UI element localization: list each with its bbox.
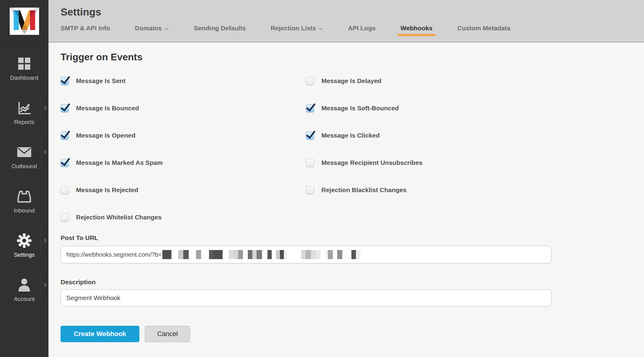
trigger-events-grid: Message Is SentMessage Is BouncedMessage… [61, 77, 644, 222]
chevron-right-icon[interactable]: › [44, 102, 47, 112]
tab-sending-defaults[interactable]: Sending Defaults [194, 25, 246, 36]
events-column-left: Message Is SentMessage Is BouncedMessage… [61, 77, 306, 222]
logo-block[interactable] [0, 0, 48, 42]
redacted-block [229, 250, 234, 259]
page-title: Settings [61, 0, 644, 18]
sidebar-nav: DashboardReports›Outbound›InboundSetting… [0, 42, 48, 312]
sidebar-item-settings[interactable]: Settings› [0, 224, 48, 268]
flyout-divider [40, 96, 41, 120]
chevron-right-icon[interactable]: › [44, 279, 47, 289]
event-row-message-is-opened: Message Is Opened [61, 131, 306, 140]
event-label: Rejection Whitelist Changes [76, 214, 161, 221]
event-checkbox-message-is-marked-as-spam[interactable] [61, 159, 69, 167]
chevron-right-icon[interactable]: › [44, 147, 47, 156]
tab-smtp-api-info[interactable]: SMTP & API Info [61, 25, 110, 36]
tab-label: Custom Metadata [457, 25, 510, 32]
sidebar: DashboardReports›Outbound›InboundSetting… [0, 0, 48, 357]
tab-label: Domains [135, 25, 162, 32]
event-checkbox-message-is-clicked[interactable] [306, 132, 314, 140]
mandrill-m-logo [10, 8, 39, 35]
event-row-message-is-clicked: Message Is Clicked [306, 131, 423, 140]
tab-label: Sending Defaults [194, 25, 246, 32]
redacted-block [234, 250, 238, 259]
event-row-rejection-whitelist-changes: Rejection Whitelist Changes [61, 213, 306, 222]
sidebar-item-label: Settings [14, 252, 35, 258]
event-checkbox-message-is-bounced[interactable] [61, 104, 69, 112]
reports-chart-icon [17, 101, 32, 115]
description-input[interactable] [61, 289, 551, 306]
sidebar-item-dashboard[interactable]: Dashboard [0, 47, 48, 91]
tab-webhooks[interactable]: Webhooks [400, 25, 433, 36]
redacted-block [306, 250, 311, 259]
settings-gear-icon [17, 233, 32, 248]
redacted-block [351, 250, 356, 259]
account-person-icon [17, 278, 32, 292]
post-to-url-label: Post To URL [61, 234, 644, 242]
redacted-block [238, 250, 243, 259]
redacted-block [183, 250, 189, 259]
redacted-block [316, 250, 320, 259]
dashboard-grid-icon [17, 56, 32, 71]
tab-label: Rejection Lists [271, 25, 316, 32]
event-checkbox-rejection-blacklist-changes[interactable] [306, 186, 314, 194]
tab-domains[interactable]: Domains [135, 25, 169, 36]
inbound-tray-icon [17, 189, 32, 204]
redacted-block [328, 250, 333, 259]
sidebar-item-inbound[interactable]: Inbound [0, 179, 48, 224]
event-row-message-is-rejected: Message Is Rejected [61, 186, 306, 194]
tab-rejection-lists[interactable]: Rejection Lists [271, 25, 323, 36]
sidebar-item-label: Account [14, 296, 35, 302]
chevron-down-icon [319, 27, 323, 30]
sidebar-item-label: Reports [14, 119, 35, 125]
event-label: Message Is Marked As Spam [76, 159, 163, 166]
event-row-message-is-bounced: Message Is Bounced [61, 104, 306, 112]
redacted-block [356, 250, 360, 259]
settings-tab-bar: SMTP & API InfoDomainsSending DefaultsRe… [61, 25, 644, 36]
event-checkbox-message-is-rejected[interactable] [61, 186, 69, 194]
redacted-block [214, 250, 223, 259]
event-checkbox-message-is-soft-bounced[interactable] [306, 104, 314, 112]
post-to-url-input[interactable]: https://webhooks.segment.com/?b= [61, 246, 551, 263]
tab-custom-metadata[interactable]: Custom Metadata [457, 25, 510, 36]
events-column-right: Message Is DelayedMessage Is Soft-Bounce… [306, 77, 423, 222]
sidebar-item-label: Outbound [12, 163, 37, 170]
cancel-button[interactable]: Cancel [145, 326, 190, 342]
event-checkbox-message-recipient-unsubscribes[interactable] [306, 159, 314, 167]
event-checkbox-message-is-opened[interactable] [61, 132, 69, 140]
event-label: Rejection Blacklist Changes [321, 186, 407, 194]
event-label: Message Is Opened [76, 132, 135, 139]
event-checkbox-rejection-whitelist-changes[interactable] [61, 213, 69, 222]
post-to-url-value: https://webhooks.segment.com/?b= [66, 251, 162, 258]
redacted-block [276, 250, 280, 259]
sidebar-item-reports[interactable]: Reports› [0, 91, 48, 135]
event-row-rejection-blacklist-changes: Rejection Blacklist Changes [306, 186, 423, 194]
redacted-block [162, 250, 171, 259]
redacted-block [325, 250, 328, 259]
event-row-message-recipient-unsubscribes: Message Recipient Unsubscribes [306, 158, 423, 167]
event-label: Message Is Rejected [76, 186, 138, 194]
redacted-block [252, 250, 257, 259]
chevron-right-icon[interactable]: › [44, 235, 47, 244]
tab-label: API Logs [348, 25, 376, 32]
redacted-block [267, 250, 272, 259]
tab-api-logs[interactable]: API Logs [348, 25, 376, 36]
redacted-block [284, 250, 287, 259]
sidebar-item-account[interactable]: Account› [0, 268, 48, 312]
event-label: Message Is Bounced [76, 105, 139, 112]
sidebar-item-outbound[interactable]: Outbound› [0, 135, 48, 179]
event-label: Message Is Clicked [321, 132, 380, 139]
tab-label: Webhooks [400, 25, 433, 32]
event-row-message-is-soft-bounced: Message Is Soft-Bounced [306, 104, 423, 112]
event-row-message-is-sent: Message Is Sent [61, 77, 306, 85]
flyout-divider [40, 273, 41, 297]
event-label: Message Is Sent [76, 77, 125, 85]
form-actions: Create Webhook Cancel [61, 326, 644, 342]
event-checkbox-message-is-sent[interactable] [61, 77, 69, 85]
redacted-block [209, 250, 214, 259]
redacted-url-blocks [162, 250, 360, 259]
create-webhook-button[interactable]: Create Webhook [61, 326, 139, 342]
main-area: Settings SMTP & API InfoDomainsSending D… [48, 0, 644, 357]
event-checkbox-message-is-delayed[interactable] [306, 77, 314, 85]
flyout-divider [40, 141, 41, 164]
redacted-block [280, 250, 284, 259]
